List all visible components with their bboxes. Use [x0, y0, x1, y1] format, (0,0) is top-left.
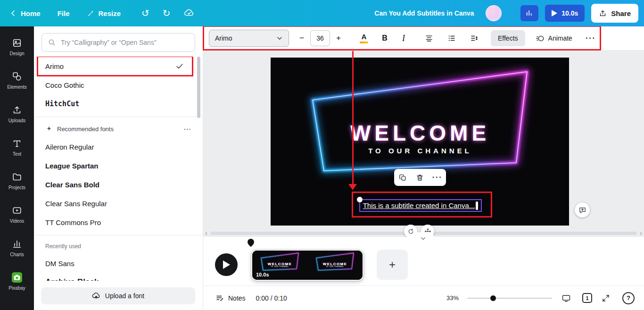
font-name: Aileron Regular — [45, 143, 94, 151]
grid-view-icon[interactable] — [561, 293, 571, 303]
panel-scrollbar[interactable] — [197, 57, 200, 118]
sidebar-item-charts[interactable]: Charts — [1, 231, 33, 265]
folder-icon — [12, 172, 22, 182]
video-clip[interactable]: 10.0s — [251, 250, 363, 281]
clip-thumbnail: 10.0s — [252, 251, 307, 280]
sidebar-item-uploads[interactable]: Uploads — [1, 97, 33, 131]
font-family-dropdown[interactable]: Arimo — [209, 30, 289, 47]
bold-button[interactable]: B — [378, 31, 392, 46]
playhead-marker[interactable] — [248, 239, 254, 249]
page-indicator[interactable]: 1 — [582, 293, 592, 303]
file-menu[interactable]: File — [58, 9, 70, 17]
zoom-level: 33% — [446, 294, 459, 302]
decrease-font-size-button[interactable]: − — [295, 31, 309, 46]
toolbar-more-button[interactable]: ··· — [584, 31, 598, 46]
font-item-aileron[interactable]: Aileron Regular — [34, 137, 203, 156]
notes-button[interactable]: Notes — [215, 294, 246, 302]
zoom-slider-track[interactable] — [467, 298, 552, 299]
font-size-value[interactable]: 36 — [310, 30, 330, 46]
recommended-more-button[interactable]: ··· — [184, 126, 191, 133]
sidebar-item-pixabay[interactable]: Pixabay — [1, 265, 33, 298]
resize-button[interactable]: Resize — [87, 9, 121, 17]
neon-welcome-thumb — [307, 251, 363, 280]
effects-button[interactable]: Effects — [491, 30, 525, 46]
comment-button[interactable] — [575, 202, 590, 218]
duplicate-icon — [399, 174, 407, 182]
sidebar-item-videos[interactable]: Videos — [1, 198, 33, 231]
list-button[interactable] — [445, 31, 459, 46]
comment-plus-icon — [578, 206, 586, 214]
selection-handle[interactable] — [357, 197, 363, 202]
font-item-arimo[interactable]: Arimo — [34, 57, 203, 75]
undo-icon: ↺ — [141, 8, 149, 18]
duplicate-button[interactable] — [396, 170, 410, 184]
insights-button[interactable] — [520, 5, 538, 21]
zoom-slider-handle[interactable] — [490, 295, 496, 301]
text-cursor — [476, 201, 478, 210]
scroll-left-icon[interactable]: ‹ — [205, 230, 207, 236]
font-search-input[interactable] — [61, 39, 189, 46]
share-label: Share — [611, 9, 631, 17]
delete-button[interactable] — [413, 170, 427, 184]
zoom-slider[interactable] — [467, 295, 552, 302]
object-more-button[interactable]: ··· — [430, 170, 445, 184]
font-item-dm-sans[interactable]: DM Sans — [34, 254, 203, 273]
undo-button[interactable]: ↺ — [141, 8, 149, 18]
sidebar-item-design[interactable]: Design — [1, 30, 33, 64]
subtitle-textbox[interactable]: This is a subtitle created in Canva... — [359, 199, 482, 212]
chevron-down-icon — [276, 35, 283, 42]
canvas-area: ··· This is a subtitle created in Canva.… — [203, 50, 644, 237]
text-color-button[interactable]: A — [357, 31, 371, 46]
charts-icon — [12, 239, 22, 249]
home-button[interactable]: Home — [9, 9, 41, 17]
sidebar-label: Uploads — [8, 118, 26, 123]
animate-button[interactable]: Animate — [536, 34, 572, 43]
alignment-button[interactable] — [422, 31, 436, 46]
upload-font-button[interactable]: Upload a font — [41, 287, 195, 304]
font-search[interactable] — [41, 33, 195, 52]
sidebar-item-projects[interactable]: Projects — [1, 164, 33, 198]
bullet-list-icon — [447, 34, 456, 42]
font-item-tt-commons[interactable]: TT Commons Pro — [34, 213, 203, 232]
search-icon — [48, 38, 56, 47]
share-upload-icon — [599, 9, 607, 17]
scroll-right-icon[interactable]: › — [640, 230, 642, 236]
increase-font-size-button[interactable]: + — [331, 31, 346, 46]
duration-label: 10.0s — [561, 9, 578, 17]
timeline-play-button[interactable] — [215, 253, 238, 276]
play-icon — [223, 260, 230, 269]
sidebar-item-text[interactable]: Text — [1, 131, 33, 164]
upload-footer: Upload a font — [34, 282, 202, 310]
redo-button[interactable]: ↻ — [163, 8, 171, 18]
clip-duration-label: 10.0s — [256, 272, 269, 277]
share-button[interactable]: Share — [591, 4, 638, 23]
font-item-coco-gothic[interactable]: Coco Gothic — [34, 75, 203, 94]
font-item-clear-sans-bold[interactable]: Clear Sans Bold — [34, 175, 203, 194]
recommended-fonts-header: Recommended fonts ··· — [34, 120, 203, 137]
magic-wand-icon — [87, 9, 95, 17]
font-item-archivo-black[interactable]: Archivo Black — [34, 273, 203, 281]
animate-icon — [536, 34, 545, 43]
font-item-hitchcut[interactable]: HitchCut — [34, 94, 203, 113]
sidebar-label: Charts — [10, 252, 24, 257]
present-button[interactable]: 10.0s — [545, 5, 585, 22]
sidebar-label: Design — [9, 51, 24, 56]
avatar[interactable] — [486, 5, 502, 21]
italic-button[interactable]: I — [396, 31, 411, 46]
playhead-pin-icon — [248, 239, 254, 247]
timeline-collapse-tab[interactable] — [412, 232, 434, 242]
redo-icon: ↻ — [163, 8, 171, 18]
sidebar-item-elements[interactable]: Elements — [1, 64, 33, 97]
clip-thumbnail — [307, 251, 363, 280]
font-item-league-spartan[interactable]: League Spartan — [34, 156, 203, 175]
font-size-group: − 36 + — [295, 30, 346, 46]
recommended-label: Recommended fonts — [57, 126, 114, 133]
help-button[interactable]: ? — [622, 292, 635, 304]
font-item-clear-sans-regular[interactable]: Clear Sans Regular — [34, 194, 203, 213]
add-page-button[interactable]: + — [377, 250, 408, 280]
font-name: TT Commons Pro — [45, 218, 101, 226]
video-page[interactable]: ··· This is a subtitle created in Canva.… — [271, 58, 569, 226]
font-name: Clear Sans Regular — [45, 200, 107, 208]
fullscreen-icon[interactable] — [602, 294, 610, 302]
spacing-button[interactable] — [467, 31, 481, 46]
